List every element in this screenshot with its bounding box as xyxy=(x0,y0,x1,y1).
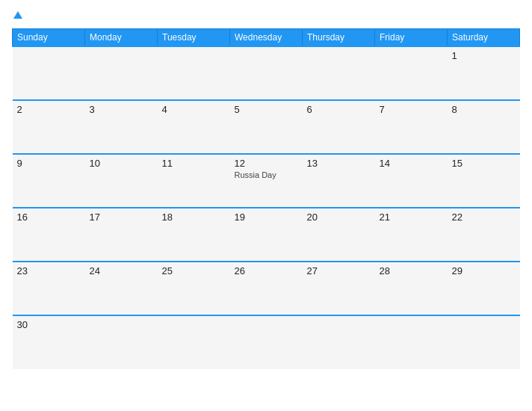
calendar-day-cell: 15 xyxy=(448,154,520,208)
day-number: 29 xyxy=(452,265,516,276)
calendar-day-cell xyxy=(158,315,230,369)
calendar-week-row: 2345678 xyxy=(13,100,520,154)
day-number: 2 xyxy=(17,104,81,115)
calendar-day-cell: 14 xyxy=(375,154,448,208)
calendar-day-cell: 30 xyxy=(13,315,85,369)
calendar-week-row: 9101112Russia Day131415 xyxy=(13,154,520,208)
day-number: 3 xyxy=(90,104,153,115)
logo-triangle-icon xyxy=(13,11,22,19)
day-number: 13 xyxy=(307,158,371,169)
calendar-day-cell: 4 xyxy=(158,100,230,154)
calendar-container: SundayMondayTuesdayWednesdayThursdayFrid… xyxy=(0,0,532,411)
calendar-day-cell: 18 xyxy=(158,208,230,262)
calendar-day-cell: 17 xyxy=(85,208,158,262)
day-number: 26 xyxy=(235,265,298,276)
weekday-header-row: SundayMondayTuesdayWednesdayThursdayFrid… xyxy=(13,29,520,47)
day-number: 18 xyxy=(162,211,226,223)
weekday-header-saturday: Saturday xyxy=(448,29,520,47)
day-number: 16 xyxy=(17,211,81,223)
calendar-day-cell: 21 xyxy=(375,208,448,262)
calendar-day-cell: 13 xyxy=(303,154,375,208)
day-number: 19 xyxy=(235,211,298,223)
calendar-day-cell xyxy=(448,315,520,369)
day-number: 9 xyxy=(17,158,81,169)
calendar-day-cell: 8 xyxy=(448,100,520,154)
calendar-day-cell xyxy=(85,46,158,100)
calendar-day-cell: 6 xyxy=(303,100,375,154)
day-number: 30 xyxy=(17,319,81,330)
day-number: 5 xyxy=(235,104,298,115)
calendar-day-cell: 2 xyxy=(13,100,85,154)
calendar-day-cell: 5 xyxy=(230,100,303,154)
calendar-day-cell xyxy=(303,46,375,100)
calendar-day-cell: 29 xyxy=(448,262,520,315)
day-number: 12 xyxy=(235,158,298,169)
calendar-day-cell: 25 xyxy=(158,262,230,315)
logo xyxy=(12,9,22,21)
calendar-day-cell: 12Russia Day xyxy=(230,154,303,208)
day-number: 25 xyxy=(162,265,226,276)
calendar-day-cell xyxy=(230,315,303,369)
calendar-day-cell: 22 xyxy=(448,208,520,262)
weekday-header-sunday: Sunday xyxy=(13,29,85,47)
weekday-header-thursday: Thursday xyxy=(303,29,375,47)
calendar-day-cell: 24 xyxy=(85,262,158,315)
day-number: 4 xyxy=(162,104,226,115)
calendar-day-cell xyxy=(230,46,303,100)
calendar-day-cell xyxy=(375,315,448,369)
calendar-day-cell xyxy=(85,315,158,369)
day-number: 21 xyxy=(380,211,443,223)
calendar-tbody: 123456789101112Russia Day131415161718192… xyxy=(13,46,520,369)
event-label: Russia Day xyxy=(235,170,298,179)
day-number: 7 xyxy=(380,104,443,115)
day-number: 10 xyxy=(90,158,153,169)
calendar-day-cell: 26 xyxy=(230,262,303,315)
day-number: 15 xyxy=(452,158,516,169)
calendar-week-row: 1 xyxy=(13,46,520,100)
calendar-day-cell xyxy=(303,315,375,369)
day-number: 14 xyxy=(380,158,443,169)
day-number: 28 xyxy=(380,265,443,276)
calendar-day-cell: 19 xyxy=(230,208,303,262)
calendar-day-cell: 3 xyxy=(85,100,158,154)
day-number: 22 xyxy=(452,211,516,223)
calendar-day-cell: 10 xyxy=(85,154,158,208)
calendar-week-row: 30 xyxy=(13,315,520,369)
weekday-header-friday: Friday xyxy=(375,29,448,47)
calendar-day-cell: 20 xyxy=(303,208,375,262)
calendar-thead: SundayMondayTuesdayWednesdayThursdayFrid… xyxy=(13,29,520,47)
logo-top xyxy=(12,9,22,21)
calendar-day-cell xyxy=(13,46,85,100)
weekday-header-monday: Monday xyxy=(85,29,158,47)
calendar-day-cell xyxy=(158,46,230,100)
day-number: 6 xyxy=(307,104,371,115)
day-number: 8 xyxy=(452,104,516,115)
day-number: 11 xyxy=(162,158,226,169)
calendar-day-cell: 16 xyxy=(13,208,85,262)
calendar-day-cell: 27 xyxy=(303,262,375,315)
calendar-day-cell: 23 xyxy=(13,262,85,315)
calendar-day-cell: 11 xyxy=(158,154,230,208)
weekday-header-wednesday: Wednesday xyxy=(230,29,303,47)
calendar-day-cell: 9 xyxy=(13,154,85,208)
day-number: 17 xyxy=(90,211,153,223)
calendar-day-cell: 1 xyxy=(448,46,520,100)
day-number: 1 xyxy=(452,50,516,61)
calendar-day-cell xyxy=(375,46,448,100)
day-number: 20 xyxy=(307,211,371,223)
calendar-table: SundayMondayTuesdayWednesdayThursdayFrid… xyxy=(12,28,520,369)
day-number: 23 xyxy=(17,265,81,276)
calendar-header xyxy=(12,9,520,21)
day-number: 27 xyxy=(307,265,371,276)
calendar-week-row: 23242526272829 xyxy=(13,262,520,315)
calendar-week-row: 16171819202122 xyxy=(13,208,520,262)
weekday-header-tuesday: Tuesday xyxy=(158,29,230,47)
day-number: 24 xyxy=(90,265,153,276)
calendar-day-cell: 7 xyxy=(375,100,448,154)
calendar-day-cell: 28 xyxy=(375,262,448,315)
